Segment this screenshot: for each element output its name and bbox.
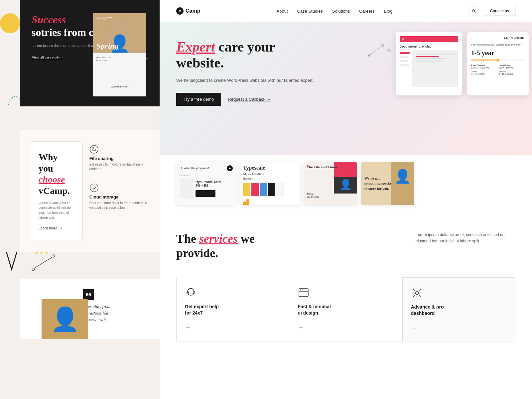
typescale-mockup: Typescale Major Headline Headline 1 [240,162,300,205]
gear-icon [411,287,423,299]
svg-point-25 [302,290,303,291]
services-title-part1: The [176,232,199,245]
browser-icon [298,287,310,299]
loan-mockup: ‹ LOAN CREDIT For how long do you want t… [467,32,529,95]
loan-month-value: $500 - $50,000 [499,66,525,69]
hero-title-highlight: Expert [176,39,215,55]
service-card-3: Advance & prodashbaord → [402,277,515,341]
service-icon-1 [185,287,197,299]
contact-button[interactable]: Contact us [484,6,515,16]
request-callback-link[interactable]: Request a Callback → [228,97,271,102]
dashboard-mockup: Good morning, Michal [396,32,462,95]
svg-point-15 [388,49,390,52]
feature-cloud-storage: Cloud storage Duis aute irure dolor in r… [89,183,150,210]
hero-title: Expert care your website. [176,39,316,71]
color-bar-red [251,183,259,196]
mag-bottom: New collectionfor women www.uiart.com [93,53,146,96]
color-bar-blue [260,183,267,196]
headset-icon [185,287,197,299]
theater-about: Aboutour theatre [307,193,320,199]
service-title-1: Get expert helpfor 24x7 [185,304,281,316]
svg-line-11 [35,257,52,268]
loan-slider-fill [471,60,498,61]
loan-title: LOAN CREDIT [504,36,525,40]
view-case-study-link[interactable]: View all case study › [32,55,63,59]
ordinary-label: Ordinary [180,174,233,177]
services-section: The services we provide. Lorem ipsum dol… [160,212,532,355]
service-title-3: Advance & prodashbaord [411,304,506,316]
nav-logo: v Camp [176,7,200,15]
typescale-h1: Headline 1 [243,177,297,180]
services-title: The services we provide. [176,232,276,260]
logo-icon: v [176,7,184,15]
color-bar-dark [268,183,275,196]
color-bars [243,183,297,196]
loan-details: Loan Amount $2,500 - $250,000 Loan Month… [471,64,525,75]
svg-point-27 [90,145,98,153]
connector-decoration [30,253,57,273]
hero-subtitle: We helpingclient to create WordPress web… [176,77,316,84]
file-sharing-title: File sharing [89,156,150,161]
theater-title: The Life and Times [307,165,354,169]
svg-point-17 [368,55,370,57]
svg-point-10 [52,255,55,257]
nav-careers[interactable]: Careers [359,9,374,14]
service-card-2: Fast & minimalui design. → [289,277,402,341]
hero-buttons: Try a free demo Request a Callback → [176,93,316,106]
bottom-mockups-row: Hi, what the progress? ▶ Ordinary Hyalur… [160,155,532,212]
special-mockup: 👤 We've gotsomething specialin store for… [361,162,414,205]
svg-point-12 [472,10,474,12]
search-icon [472,9,476,13]
cloud-storage-title: Cloud storage [89,195,150,200]
chat-play-button: ▶ [227,165,233,171]
loan-slider-dot [497,59,499,62]
nav-solutions[interactable]: Solutions [332,9,350,14]
chat-text: Hi, what the progress? [180,167,209,170]
hero-content: Expert care your website. We helpingclie… [176,39,316,106]
loan-interest-value: 3 - 18 months [499,73,525,75]
loan-interest-label: Interest [499,70,525,73]
service-icon-3 [411,287,423,299]
logo-text: Camp [186,8,200,14]
service-arrow-3[interactable]: → [411,325,506,332]
hero-decoration: + [366,42,392,64]
loan-amount-label: Loan Amount [471,64,497,66]
loan-amount-value: $2,500 - $250,000 [471,66,497,69]
loan-slider [471,60,525,61]
chat-mockup: Hi, what the progress? ▶ Ordinary Hyalur… [176,162,236,205]
nav-links: About Case Studies Solutions Careers Blo… [277,9,393,14]
mag-title: Spring [96,42,119,51]
try-demo-button[interactable]: Try a free demo [176,93,221,106]
why-choose-card: Whyyou choosevCamp. Lorem ipsum dolor si… [30,141,83,240]
theater-mockup: The Life and Times 👤 Aboutour theatre ✕ [304,162,357,205]
file-sharing-desc: Elit esse cillum dolore eu fugiat nulla … [89,162,150,172]
nav-blog[interactable]: Blog [384,9,393,14]
features-list: File sharing Elit esse cillum dolore eu … [89,141,150,222]
nav-about[interactable]: About [277,9,288,14]
svg-point-28 [90,184,98,192]
service-card-1: Get expert helpfor 24x7 → [177,277,289,341]
nav-case-studies[interactable]: Case Studies [297,9,323,14]
svg-point-9 [32,268,35,271]
service-arrow-2[interactable]: → [298,324,393,331]
services-grid: Get expert helpfor 24x7 → Fast & minimal… [176,277,515,341]
why-choose-section: Whyyou choosevCamp. Lorem ipsum dolor si… [20,130,160,252]
mag-top: 👤 Spring 2020 Spring [93,13,146,53]
color-bar-light [276,183,284,196]
title-highlight: Success [32,14,66,26]
svg-line-13 [474,12,475,13]
typescale-headline: Major Headline [243,172,297,176]
cloud-storage-desc: Duis aute irure dolor in reprehenderit i… [89,201,150,210]
learn-more-link[interactable]: Learn more → [39,226,74,230]
service-title-2: Fast & minimalui design. [298,304,393,316]
loan-years: 1-5 year [471,49,525,57]
search-button[interactable] [469,6,479,16]
feature-file-sharing: File sharing Elit esse cillum dolore eu … [89,145,150,172]
testimonial-section: 👤 66 "Certainly fromWordPress hassuccess… [20,279,173,339]
quote-number: 66 [83,289,94,300]
bg-circle-decoration [0,13,20,33]
service-arrow-1[interactable]: → [185,324,281,331]
hero-mockups: Good morning, Michal [396,32,529,95]
color-bar-yellow [243,183,250,196]
navigation: v Camp About Case Studies Solutions Care… [160,0,532,22]
